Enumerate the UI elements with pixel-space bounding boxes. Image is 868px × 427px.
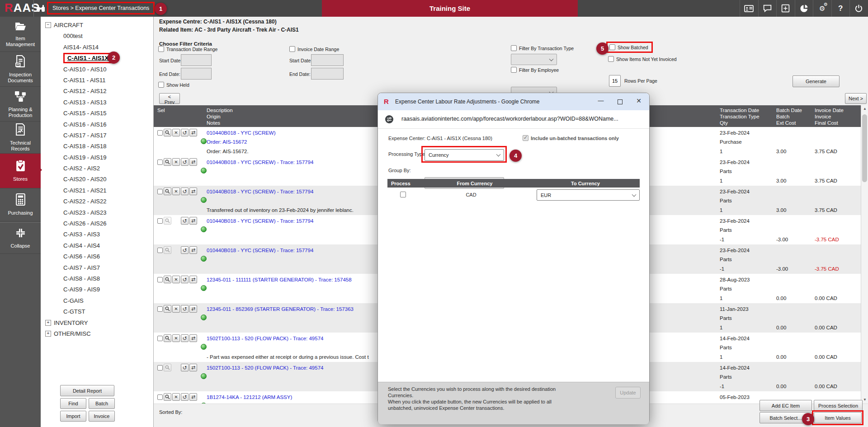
include-unbatched-checkbox[interactable] xyxy=(523,135,528,141)
sidebar-collapse-button[interactable]: Collapse xyxy=(0,222,41,254)
row-delete-icon[interactable]: ✕ xyxy=(172,129,180,136)
chat-icon[interactable] xyxy=(758,0,777,17)
row-description-link[interactable]: 010440B018 - YYC (SCREW) - Trace: 157794 xyxy=(207,160,313,165)
find-button[interactable]: Find xyxy=(60,398,86,409)
tree-item-c-ais21-ais21[interactable]: C-AIS21 - AIS21 xyxy=(41,185,153,196)
scrollbar-thumb[interactable] xyxy=(862,114,867,182)
row-undo-icon[interactable]: ↺ xyxy=(181,217,189,225)
minimize-icon[interactable]: — xyxy=(594,97,608,107)
invoice-date-range-checkbox[interactable] xyxy=(289,46,295,52)
filter-by-transaction-type-checkbox[interactable] xyxy=(511,45,517,51)
tree-item-c-gais[interactable]: C-GAIS xyxy=(41,296,153,306)
transaction-date-range-checkbox[interactable] xyxy=(158,46,164,52)
sidebar-item-technical-records[interactable]: Technical Records xyxy=(0,122,41,154)
row-select-checkbox[interactable] xyxy=(157,218,163,224)
tree-item-c-ais16-ais16[interactable]: C-AIS16 - AIS16 xyxy=(41,119,153,130)
row-description-link[interactable]: 12345-011 - 111111 (STARTER GENERATOR) -… xyxy=(207,277,352,282)
row-search-icon[interactable] xyxy=(164,129,171,136)
tree-item-c-ais23-ais23[interactable]: C-AIS23 - AIS23 xyxy=(41,207,153,218)
row-transfer-icon[interactable]: ⇄ xyxy=(189,334,197,342)
row-select-checkbox[interactable] xyxy=(157,277,163,282)
show-items-not-yet-invoiced-checkbox[interactable] xyxy=(608,56,614,62)
row-undo-icon[interactable]: ↺ xyxy=(181,246,189,254)
sidebar-item-stores[interactable]: Stores xyxy=(0,154,41,188)
transaction-end-date-input[interactable] xyxy=(181,68,212,80)
tree-item-c-ais15-ais15[interactable]: C-AIS15 - AIS15 xyxy=(41,108,153,119)
row-description-link[interactable]: 1502T100-113 - 520 (FLOW PACK) - Trace: … xyxy=(207,365,323,371)
pie-chart-icon[interactable] xyxy=(795,0,813,17)
tree-item-c-ais7-ais7[interactable]: C-AIS7 - AIS7 xyxy=(41,263,153,273)
tree-item-c-ais18-ais18[interactable]: C-AIS18 - AIS18 xyxy=(41,141,153,152)
currency-to-select[interactable]: EUR xyxy=(537,189,640,201)
row-transfer-icon[interactable]: ⇄ xyxy=(189,393,197,401)
import-button[interactable]: Import xyxy=(60,411,86,422)
row-transfer-icon[interactable]: ⇄ xyxy=(189,158,197,166)
row-delete-icon[interactable]: ✕ xyxy=(172,276,180,283)
add-icon[interactable] xyxy=(776,0,795,17)
row-origin-link[interactable]: Order: AIS-15672 xyxy=(207,139,247,145)
popup-title-bar[interactable]: R Expense Center Labour Rate Adjustments… xyxy=(378,93,649,110)
batch-button[interactable]: Batch xyxy=(89,398,115,409)
row-undo-icon[interactable]: ↺ xyxy=(181,129,189,136)
row-description-link[interactable]: 010440B018 - YYC (SCREW) xyxy=(207,130,276,136)
row-description-link[interactable]: 010440B018 - YYC (SCREW) - Trace: 157794 xyxy=(207,248,313,253)
tree-item-c-ais6-ais6[interactable]: C-AIS6 - AIS6 xyxy=(41,251,153,262)
tree-item-c-ais8-ais8[interactable]: C-AIS8 - AIS8 xyxy=(41,273,153,284)
tree-item-ais14-ais14[interactable]: AIS14- AIS14 xyxy=(41,42,153,53)
tree-item-c-ais13-ais13[interactable]: C-AIS13 - AIS13 xyxy=(41,97,153,108)
process-selection-button[interactable]: Process Selection xyxy=(814,400,863,411)
sidebar-item-planning-production[interactable]: Planning & Production xyxy=(0,87,41,122)
currency-process-checkbox[interactable] xyxy=(400,192,406,197)
breadcrumb[interactable]: Stores > Expense Center Transactions xyxy=(52,5,149,11)
row-undo-icon[interactable]: ↺ xyxy=(181,158,189,166)
row-transfer-icon[interactable]: ⇄ xyxy=(189,188,197,195)
row-search-icon[interactable] xyxy=(164,393,171,401)
row-transfer-icon[interactable]: ⇄ xyxy=(189,364,197,371)
processing-type-select[interactable]: Currency xyxy=(425,149,504,161)
tree-item-aircraft[interactable]: −AIRCRAFT xyxy=(41,20,153,31)
tree-expand-icon[interactable]: + xyxy=(45,320,51,326)
tree-item-c-ais22-ais22[interactable]: C-AIS22 - AIS22 xyxy=(41,196,153,207)
update-button[interactable]: Update xyxy=(615,387,641,399)
row-transfer-icon[interactable]: ⇄ xyxy=(189,217,197,225)
tree-item-c-ais26-ais26[interactable]: C-AIS26 - AIS26 xyxy=(41,218,153,229)
row-undo-icon[interactable]: ↺ xyxy=(181,276,189,283)
row-transfer-icon[interactable]: ⇄ xyxy=(189,305,197,313)
close-icon[interactable]: ✕ xyxy=(632,97,646,107)
tree-item-c-gtst[interactable]: C-GTST xyxy=(41,306,153,317)
row-select-checkbox[interactable] xyxy=(157,336,163,341)
generate-button[interactable]: Generate xyxy=(793,75,840,87)
row-select-checkbox[interactable] xyxy=(157,189,163,194)
tree-item-c-ais19-ais19[interactable]: C-AIS19 - AIS19 xyxy=(41,152,153,163)
prev-page-button[interactable]: < Prev xyxy=(159,93,180,104)
detail-report-button[interactable]: Detail Report xyxy=(60,385,114,396)
tree-item-c-ais17-ais17[interactable]: C-AIS17 - AIS17 xyxy=(41,130,153,141)
row-delete-icon[interactable]: ✕ xyxy=(172,158,180,166)
tree-item-000test[interactable]: 000test xyxy=(41,31,153,42)
tree-item-other-misc[interactable]: +OTHER/MISC xyxy=(41,328,153,339)
tree-item-c-ais12-ais12[interactable]: C-AIS12 - AIS12 xyxy=(41,86,153,97)
row-description-link[interactable]: 12345-011 - 852369 (STARTER GENERATOR) -… xyxy=(207,306,354,312)
transaction-start-date-input[interactable] xyxy=(181,54,212,66)
tree-expand-icon[interactable]: − xyxy=(45,22,51,28)
invoice-button[interactable]: Invoice xyxy=(89,411,115,422)
row-search-icon[interactable] xyxy=(164,246,171,254)
row-select-checkbox[interactable] xyxy=(157,130,163,136)
settings-icon[interactable]: ⚙⚙ xyxy=(813,0,831,17)
rows-per-page-input[interactable] xyxy=(609,75,621,87)
tree-item-inventory[interactable]: +INVENTORY xyxy=(41,318,153,328)
next-page-button[interactable]: Next > xyxy=(845,93,867,104)
tree-item-c-ais1-ais1x[interactable]: C-AIS1 - AIS1X xyxy=(41,53,153,64)
row-select-checkbox[interactable] xyxy=(157,248,163,253)
row-transfer-icon[interactable]: ⇄ xyxy=(189,246,197,254)
row-undo-icon[interactable]: ↺ xyxy=(181,393,189,401)
row-search-icon[interactable] xyxy=(164,217,171,225)
row-description-link[interactable]: 1502T100-113 - 520 (FLOW PACK) - Trace: … xyxy=(207,336,323,341)
row-search-icon[interactable] xyxy=(164,305,171,313)
invoice-start-date-input[interactable] xyxy=(311,54,344,66)
row-search-icon[interactable] xyxy=(164,364,171,371)
filter-by-employee-checkbox[interactable] xyxy=(511,67,517,73)
row-transfer-icon[interactable]: ⇄ xyxy=(189,129,197,136)
tree-item-c-ais11-ais11[interactable]: C-AIS11 - AIS11 xyxy=(41,75,153,86)
popup-url-bar[interactable]: raasais.aviationintertec.com/app/forecas… xyxy=(378,110,649,129)
